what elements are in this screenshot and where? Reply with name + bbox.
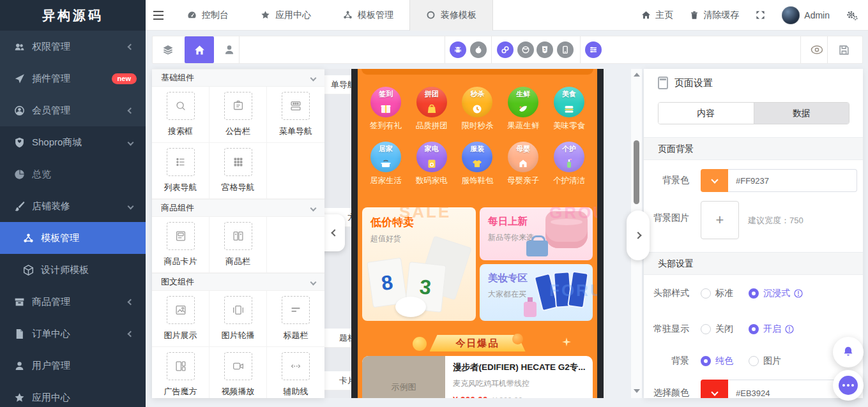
sidebar-item-users[interactable]: 用户管理: [0, 350, 146, 381]
scrollbar-thumb[interactable]: [634, 140, 639, 204]
component-ad-cube[interactable]: 广告魔方: [152, 347, 209, 398]
chevron-left-icon: [128, 330, 134, 337]
sidebar-item-template-mgmt[interactable]: 模板管理: [0, 222, 146, 254]
component-image-display[interactable]: 图片展示: [152, 291, 209, 347]
component-title-bar[interactable]: 标题栏: [267, 291, 324, 347]
nav-item-appliances[interactable]: 家电 数码家电: [409, 142, 455, 186]
html5-toggle[interactable]: 5: [537, 41, 553, 58]
sidebar-item-members[interactable]: 会员管理: [0, 94, 146, 126]
sidebar-item-designer-templates[interactable]: 设计师模板: [0, 254, 146, 286]
sidebar-item-plugins[interactable]: 插件管理 new: [0, 63, 146, 94]
tab-dashboard[interactable]: 控制台: [171, 0, 245, 31]
sidebar-label: 应用中心: [32, 392, 70, 404]
html5-icon: 5: [540, 45, 549, 54]
component-menu-nav[interactable]: 菜单导航: [267, 87, 324, 143]
component-video[interactable]: 视频播放: [209, 347, 267, 398]
product-card-widget[interactable]: 示例图 漫步者(EDIFIER) HECATE G2专... 麦克风吃鸡耳机带线…: [362, 356, 593, 398]
bottle-icon: [563, 157, 575, 170]
nav-item-groupon[interactable]: 拼团 品质拼团: [409, 87, 455, 131]
chevron-left-icon: [128, 43, 134, 50]
layers-button[interactable]: [154, 36, 182, 63]
pie-chart-icon: [14, 169, 25, 180]
component-list-nav[interactable]: 列表导航: [152, 143, 209, 199]
h5-link-toggle[interactable]: [497, 41, 514, 58]
promo-new-arrivals-card[interactable]: 每日上新 新品等你来选: [480, 207, 593, 260]
radio-solid-color[interactable]: [701, 356, 711, 366]
settings-gear-button[interactable]: [846, 10, 858, 20]
sidebar-item-orders[interactable]: 订单中心: [0, 318, 146, 350]
component-grid-nav[interactable]: 宫格导航: [209, 143, 267, 199]
radio-standard[interactable]: [701, 288, 711, 299]
component-notice-bar[interactable]: 公告栏: [209, 87, 267, 143]
promo-sale-card[interactable]: 低价特卖 超值好货 8 3: [362, 207, 476, 321]
bg-color-input[interactable]: [728, 169, 857, 192]
sidebar-label: 总览: [32, 168, 51, 181]
nav-item-fashion[interactable]: 服装 服饰鞋包: [455, 142, 501, 186]
radio-on[interactable]: [749, 324, 759, 334]
basic-components-grid: 搜索框 公告栏 菜单导航 列表导航 宫格导航: [152, 87, 324, 199]
radio-off[interactable]: [701, 324, 711, 334]
upload-image-button[interactable]: +: [701, 201, 739, 239]
avatar: [782, 6, 800, 24]
hamburger-icon[interactable]: [146, 0, 171, 31]
filter-settings-button[interactable]: [585, 41, 602, 58]
android-toggle[interactable]: [450, 41, 466, 58]
sidebar-item-app-center[interactable]: 应用中心: [0, 381, 146, 407]
hot-items-header: 今日爆品: [358, 335, 597, 354]
nav-item-fresh[interactable]: 生鲜 果蔬生鲜: [500, 87, 546, 131]
component-goods-card[interactable]: 商品卡片: [152, 217, 209, 273]
home-page-button[interactable]: [185, 36, 214, 63]
tab-data[interactable]: 数据: [754, 103, 849, 124]
layers-icon: [162, 45, 174, 56]
star-icon: [261, 10, 270, 20]
tab-app-center[interactable]: 应用中心: [245, 0, 327, 31]
phone-preview-frame: 签到 签到有礼 拼团 品质拼团 秒杀 限时秒杀 生鲜 果蔬生鲜 美食 美味零食 …: [351, 69, 604, 398]
nav-item-signin[interactable]: 签到 签到有礼: [363, 87, 409, 131]
bell-icon: [841, 345, 855, 359]
fullscreen-button[interactable]: [756, 10, 765, 20]
app-toggle[interactable]: [557, 41, 574, 58]
nav-item-personal-care[interactable]: 个护 个护清洁: [546, 142, 592, 186]
tab-decorate-template[interactable]: 装修模板: [409, 0, 493, 31]
perfume-image: [524, 302, 537, 317]
navbar-right: 主页 清除缓存 Admin: [641, 6, 868, 24]
tab-content[interactable]: 内容: [659, 103, 754, 124]
section-image-components[interactable]: 图文组件: [152, 273, 324, 291]
component-image-carousel[interactable]: 图片轮播: [209, 291, 267, 347]
component-helper-line[interactable]: 辅助线: [267, 347, 324, 398]
section-basic-components[interactable]: 基础组件: [152, 69, 324, 87]
sidebar-item-shopro[interactable]: Shopro商城: [0, 126, 146, 158]
component-goods-bar[interactable]: 商品栏: [209, 217, 267, 273]
carousel-bottom-edge: [362, 69, 593, 75]
promo-beauty-card[interactable]: 美妆专区 大家都在买: [480, 264, 593, 321]
clear-cache-button[interactable]: 清除缓存: [690, 10, 739, 21]
save-button[interactable]: [830, 36, 858, 63]
tab-template-mgmt[interactable]: 模板管理: [327, 0, 409, 31]
bg-color-swatch[interactable]: [701, 169, 728, 192]
sidebar-label: 插件管理: [32, 73, 70, 85]
radio-image[interactable]: [749, 356, 759, 366]
nav-item-flash-sale[interactable]: 秒杀 限时秒杀: [455, 87, 501, 131]
notification-fab[interactable]: [833, 337, 864, 367]
pick-color-swatch[interactable]: [701, 380, 728, 398]
sidebar-item-shop-design[interactable]: 店铺装修: [0, 190, 146, 222]
chat-fab[interactable]: [833, 370, 864, 401]
section-goods-components[interactable]: 商品组件: [152, 199, 324, 217]
component-search-box[interactable]: 搜索框: [152, 87, 209, 143]
home-link[interactable]: 主页: [641, 10, 673, 21]
scroll-up-arrow[interactable]: [634, 73, 640, 77]
nav-item-baby[interactable]: 母婴 母婴亲子: [500, 142, 546, 186]
search-icon: [167, 92, 195, 120]
radio-immersive[interactable]: [749, 288, 759, 299]
user-menu[interactable]: Admin: [782, 6, 830, 24]
apple-toggle[interactable]: [470, 41, 487, 58]
sidebar-item-auth[interactable]: 权限管理: [0, 31, 146, 63]
sidebar-item-overview[interactable]: 总览: [0, 158, 146, 190]
divider: [800, 36, 801, 63]
scroll-down-arrow[interactable]: [634, 389, 640, 393]
collapse-right-handle[interactable]: [627, 211, 650, 260]
nav-item-snacks[interactable]: 美食 美味零食: [546, 87, 592, 131]
nav-item-home-life[interactable]: 居家 居家生活: [363, 142, 409, 186]
sidebar-item-goods-mgmt[interactable]: 商品管理: [0, 286, 146, 318]
swan-toggle[interactable]: [517, 41, 534, 58]
